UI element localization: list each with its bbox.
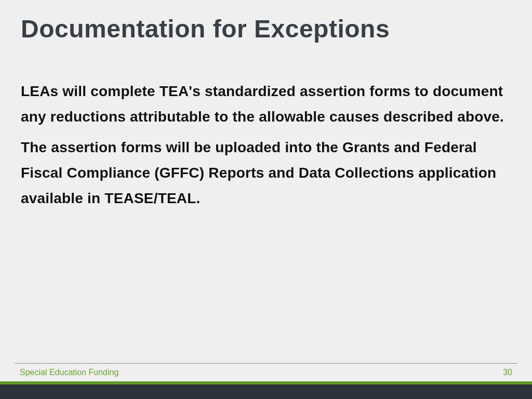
footer-label: Special Education Funding bbox=[20, 368, 118, 377]
footer-dark-bar bbox=[0, 384, 532, 399]
slide-title: Documentation for Exceptions bbox=[21, 16, 511, 43]
footer-row: Special Education Funding 30 bbox=[0, 368, 532, 381]
slide: Documentation for Exceptions LEAs will c… bbox=[0, 0, 532, 399]
footer-divider bbox=[15, 363, 517, 364]
body-paragraph-2: The assertion forms will be uploaded int… bbox=[21, 135, 511, 211]
slide-body: LEAs will complete TEA's standardized as… bbox=[21, 78, 511, 211]
page-number: 30 bbox=[503, 368, 512, 377]
slide-footer: Special Education Funding 30 bbox=[0, 363, 532, 399]
body-paragraph-1: LEAs will complete TEA's standardized as… bbox=[21, 78, 511, 129]
